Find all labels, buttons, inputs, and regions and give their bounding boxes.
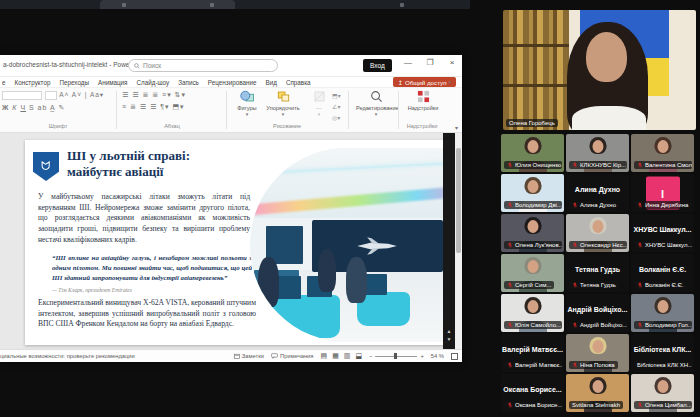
canvas-dark-strip (443, 133, 455, 349)
muted-mic-icon (572, 322, 578, 328)
share-icon: ↥ (398, 79, 403, 86)
ribbon: A˄ A˅ | Aa▾ Ж К Ч S ab A̲ ✎ Шрифт ☰ ☰ ≣ … (0, 88, 462, 133)
fit-slide-icon[interactable] (451, 353, 458, 360)
tab-design[interactable]: Конструктор (15, 79, 51, 86)
maximize-button[interactable]: ❐ (424, 58, 436, 67)
participant-tile[interactable]: IИнна Дерябина (631, 174, 694, 212)
reading-view-button[interactable]: ▥ (344, 352, 351, 360)
zoom-in-icon[interactable]: + (420, 353, 423, 359)
comments-button[interactable]: Примечания (271, 353, 313, 359)
font-group-label: Шрифт (2, 123, 114, 129)
paragraph-controls-row2[interactable]: ≡ ≣ ☰ ☰ ¶▾ ⬒▾ (122, 103, 222, 111)
tab-slideshow[interactable]: Слайд-шоу (137, 79, 170, 86)
participant-tile[interactable]: Володимир Дві... (501, 174, 564, 212)
tab-animations[interactable]: Анимация (98, 79, 128, 86)
slide-nav-arrows[interactable]: ▲▼ (444, 328, 454, 343)
paragraph-group: ☰ ☰ ≣ ≣ ≡▾ ⇅▾ ≡ ≣ ☰ ☰ ¶▾ ⬒▾ Абзац (122, 88, 222, 122)
participant-tile[interactable]: Svitlana Stelmakh (566, 374, 629, 412)
normal-view-button[interactable]: ▤ (321, 352, 328, 360)
notes-button[interactable]: Заметки (234, 353, 264, 359)
arrange-button[interactable]: Упорядочить▾ (266, 90, 300, 118)
tab-view[interactable]: Вид (265, 79, 276, 86)
tab-transitions[interactable]: Переходы (59, 79, 89, 86)
window-title: а-dobrochesnist-ta-shtuchnij-intelekt - … (3, 61, 141, 68)
participant-name-label: Оксана Борисе... (504, 401, 562, 409)
status-bar: циальные возможности: проверьте рекоменд… (0, 349, 462, 362)
muted-mic-icon (637, 402, 643, 408)
sign-in-button[interactable]: Вход (363, 59, 392, 72)
participant-tile[interactable]: Олександр Нєс... (566, 214, 629, 252)
font-controls-row2[interactable]: Ж К Ч S ab A̲ ✎ (2, 104, 114, 112)
muted-mic-icon (637, 282, 643, 288)
background-icon (400, 3, 404, 7)
search-box[interactable]: Поиск (128, 59, 278, 72)
collapse-ribbon-icon[interactable]: ▾ (455, 124, 458, 131)
participant-tile[interactable]: Валерій Матвєє...Валерій Матвєє... (501, 334, 564, 372)
zoom-level[interactable]: 54 % (431, 353, 444, 359)
zoom-control[interactable]: − + (369, 353, 424, 359)
participant-tile[interactable]: Оксана Борисе...Оксана Борисе... (501, 374, 564, 412)
zoom-out-icon[interactable]: − (369, 353, 372, 359)
participant-tile[interactable]: Ніна Попова (566, 334, 629, 372)
screen: а-dobrochesnist-ta-shtuchnij-intelekt - … (0, 0, 700, 417)
participant-tile[interactable]: КЛКХНУВС Кір... (566, 134, 629, 172)
participant-name-label: КЛКХНУВС Кір... (569, 161, 627, 169)
drawing-mini-buttons[interactable]: ⬒▾∠▾◎▾ (332, 91, 341, 123)
window-controls: — ❐ × (402, 58, 458, 67)
slide[interactable]: ᗢ ШІ у льотній справі: майбутнє авіації … (25, 140, 445, 345)
slideshow-view-button[interactable]: ⬓ (355, 352, 362, 360)
airplane-icon (354, 235, 400, 257)
editing-button[interactable]: Редактирование▾ (356, 90, 396, 118)
participant-tile[interactable]: Валентина Смол... (631, 134, 694, 172)
paragraph-controls-row1[interactable]: ☰ ☰ ≣ ≣ ≡▾ ⇅▾ (122, 91, 222, 99)
editing-group: Редактирование▾ (350, 88, 396, 122)
quick-styles-button[interactable]: —▾ (302, 90, 336, 118)
tab-cut[interactable]: е (2, 79, 6, 86)
participant-name-label: Svitlana Stelmakh (569, 401, 623, 409)
addins-group: Надстройки Надстройки (400, 88, 444, 122)
participant-tile[interactable]: Волканін Є.Є.Волканін Є.Є. (631, 254, 694, 292)
notes-icon (234, 353, 240, 359)
minimize-button[interactable]: — (402, 58, 414, 67)
participant-tile[interactable]: ХНУВС Шаккул...ХНУВС Шаккул... (631, 214, 694, 252)
accessibility-status[interactable]: циальные возможности: проверьте рекоменд… (0, 353, 135, 359)
participant-tile[interactable]: Сергій Сим... (501, 254, 564, 292)
group-divider (398, 91, 399, 129)
muted-mic-icon (507, 402, 513, 408)
font-controls-row1[interactable]: A˄ A˅ | Aa▾ (2, 91, 114, 100)
participant-tile[interactable]: Володимир Гол... (631, 294, 694, 332)
participant-tile[interactable]: Андрій Войціхо...Андрій Войціхо... (566, 294, 629, 332)
slide-sorter-view-button[interactable]: ▦ (332, 352, 339, 360)
addins-group-label: Надстройки (400, 123, 444, 129)
participant-tile[interactable]: Олена Лук'янов... (501, 214, 564, 252)
participants-grid: Юлия Онищенко К...КЛКХНУВС Кір...Валенти… (501, 134, 696, 412)
comment-icon (271, 353, 278, 359)
participant-name-label: Ніна Попова (569, 361, 618, 369)
participant-name-center: Андрій Войціхо... (566, 306, 629, 313)
participant-tile[interactable]: Алина ДухноАлина Духно (566, 174, 629, 212)
share-button[interactable]: ↥ Общий доступ ▾ (393, 77, 456, 87)
zoom-slider-thumb[interactable] (394, 353, 397, 359)
vertical-scrollbar[interactable] (455, 133, 462, 349)
participant-tile[interactable]: Тетяна ГудзьТетяна Гудзь (566, 254, 629, 292)
scrollbar-thumb[interactable] (456, 148, 461, 253)
main-speaker-tile[interactable]: Олена Горобець (503, 10, 696, 130)
participant-name-label: Юлія Самойло... (504, 321, 562, 329)
participant-name-label: Сергій Сим... (504, 281, 554, 289)
tab-review[interactable]: Рецензирование (208, 79, 257, 86)
participant-tile[interactable]: Олена Цимбал... (631, 374, 694, 412)
close-button[interactable]: × (446, 58, 458, 67)
university-logo: ᗢ (33, 152, 59, 181)
participant-tile[interactable]: Юлия Онищенко К... (501, 134, 564, 172)
addins-button[interactable]: Надстройки (405, 90, 441, 111)
zoom-slider[interactable] (375, 356, 417, 357)
tab-help[interactable]: Справка (286, 79, 311, 86)
participant-name-label: Олександр Нєс... (569, 241, 627, 249)
shapes-button[interactable]: Фигуры▾ (230, 90, 264, 118)
participant-tile[interactable]: Юлія Самойло... (501, 294, 564, 332)
participant-tile[interactable]: Бібліотека КЛК...Бібліотека КЛК ХН... (631, 334, 694, 372)
bird-icon: ᗢ (41, 160, 50, 173)
powerpoint-window: а-dobrochesnist-ta-shtuchnij-intelekt - … (0, 55, 462, 362)
tab-record[interactable]: Запись (178, 79, 199, 86)
addins-icon (417, 90, 430, 103)
